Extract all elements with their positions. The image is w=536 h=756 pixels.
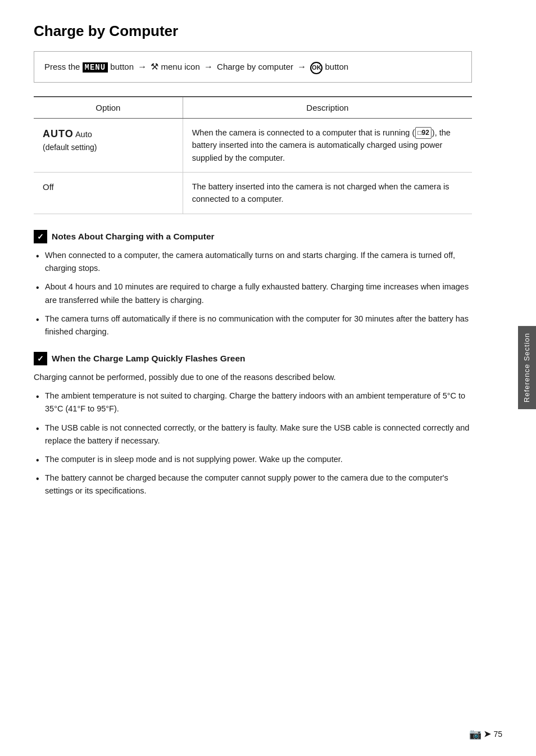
page-content: Charge by Computer Press the MENU button… — [0, 0, 506, 556]
notes-charging-list: When connected to a computer, the camera… — [34, 249, 472, 338]
page-num-value: 75 — [493, 730, 502, 739]
nav-text-2: menu icon → Charge by computer → — [158, 62, 310, 71]
notes-lamp-title: When the Charge Lamp Quickly Flashes Gre… — [52, 354, 246, 364]
ok-button-icon: OK — [310, 62, 322, 74]
notes-charging-header: ✓ Notes About Charging with a Computer — [34, 230, 472, 243]
table-row: AUTO Auto (default setting) When the cam… — [34, 118, 472, 172]
lamp-intro: Charging cannot be performed, possibly d… — [34, 371, 472, 384]
option-auto: AUTO Auto (default setting) — [34, 118, 183, 172]
table-header-option: Option — [34, 97, 183, 119]
list-item: The USB cable is not connected correctly… — [34, 422, 472, 447]
page-number: ➤ — [484, 729, 491, 739]
off-label: Off — [43, 182, 54, 192]
notes-lamp-header: ✓ When the Charge Lamp Quickly Flashes G… — [34, 352, 472, 365]
auto-label: AUTO — [43, 128, 74, 139]
note-check-icon-2: ✓ — [34, 352, 47, 365]
auto-sub: Auto — [75, 130, 92, 139]
off-description: The battery inserted into the camera is … — [183, 173, 472, 214]
list-item: About 4 hours and 10 minutes are require… — [34, 280, 472, 306]
list-item: The computer is in sleep mode and is not… — [34, 453, 472, 466]
list-item: The battery cannot be charged because th… — [34, 472, 472, 497]
camera-icon: 📷 — [469, 728, 482, 740]
page-number-area: 📷 ➤ 75 — [469, 728, 502, 740]
nav-box: Press the MENU button → ⚒ menu icon → Ch… — [34, 51, 472, 83]
menu-button-label: MENU — [83, 62, 108, 73]
list-item: When connected to a computer, the camera… — [34, 249, 472, 275]
options-table: Option Description AUTO Auto (default se… — [34, 96, 472, 214]
table-header-description: Description — [183, 97, 472, 119]
notes-charging-section: ✓ Notes About Charging with a Computer W… — [34, 230, 472, 338]
default-label: (default setting) — [43, 142, 174, 154]
page-ref-92: □92 — [415, 127, 431, 139]
notes-lamp-section: ✓ When the Charge Lamp Quickly Flashes G… — [34, 352, 472, 498]
side-tab: Reference Section — [518, 326, 536, 409]
list-item: The camera turns off automatically if th… — [34, 313, 472, 338]
nav-text-3: button — [322, 62, 348, 71]
list-item: The ambient temperature is not suited to… — [34, 390, 472, 415]
option-off: Off — [34, 173, 183, 214]
wrench-icon: ⚒ — [151, 62, 158, 71]
auto-description: When the camera is connected to a comput… — [183, 118, 472, 172]
note-check-icon: ✓ — [34, 230, 47, 243]
table-row: Off The battery inserted into the camera… — [34, 173, 472, 214]
nav-text-1: button → — [108, 62, 151, 71]
nav-text-pre: Press the — [44, 62, 83, 71]
page-title: Charge by Computer — [34, 22, 472, 40]
notes-lamp-list: The ambient temperature is not suited to… — [34, 390, 472, 497]
notes-charging-title: Notes About Charging with a Computer — [52, 232, 215, 242]
